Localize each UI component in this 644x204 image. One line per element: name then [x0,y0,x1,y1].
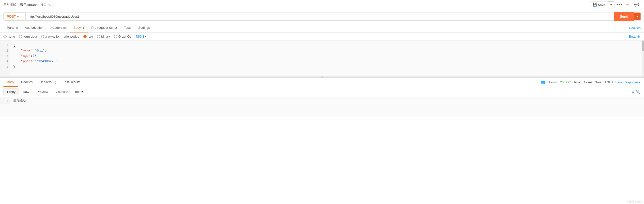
tab-settings[interactable]: Settings [135,23,153,32]
body-active-dot [83,27,84,29]
radio-binary-circle [97,35,100,38]
search-resp-icon[interactable]: 🔍 [636,90,640,94]
json-type-arrow: ▾ [145,35,146,38]
body-options: none form-data x-www-form-urlencoded raw… [0,33,644,40]
tab-pre-request[interactable]: Pre-request Script [88,23,120,32]
top-bar-right: 💾 Save ▾ ••• ✏ 💬 [590,1,640,8]
edit-icon[interactable]: ✎ [48,3,51,7]
text-type-arrow: ▾ [82,90,83,94]
send-button[interactable]: Send [614,12,634,21]
save-dropdown-arrow[interactable]: ▾ [608,1,614,8]
response-body: 1 添加成功 [0,97,644,117]
json-type-dropdown[interactable]: JSON ▾ [135,35,146,38]
radio-none-circle [4,35,7,38]
code-content[interactable]: { "name":"张三", "age":27, "phone":"124309… [10,40,644,76]
response-tabs-left: Body Cookies Headers (5) Test Results [4,78,84,87]
radio-graphql-label: GraphQL [118,35,131,38]
resp-tab-body[interactable]: Body [4,78,18,87]
line-numbers: 1 2 3 4 5 [0,40,10,76]
breadcrumb: 日常测试 / 调用addUser2接口 ✎ [4,3,51,7]
text-type-dropdown[interactable]: Text ▾ [72,89,86,95]
send-dropdown-arrow[interactable]: ▾ [634,12,640,20]
radio-raw[interactable]: raw [84,35,93,38]
headers-count-badge: (8) [63,26,66,29]
fmt-tab-pretty[interactable]: Pretty [4,88,19,95]
status-label: Status: [548,80,558,84]
line-num-4: 4 [0,59,8,64]
response-meta: 🌐 Status: 200 OK Time: 19 ms Size: 176 B… [541,80,640,84]
line-num-5: 5 [0,64,8,70]
tab-body[interactable]: Body [70,23,88,32]
save-response-button[interactable]: Save Response ▾ [615,80,640,84]
response-line-1: 1 添加成功 [0,97,644,105]
radio-binary[interactable]: binary [97,35,110,38]
breadcrumb-separator: / [18,3,19,7]
json-type-label: JSON [135,35,144,38]
edit-pencil-button[interactable]: ✏ [624,1,631,8]
response-format-bar: Pretty Raw Preview Visualize Text ▾ ≡ 🔍 [0,87,644,97]
tab-tests[interactable]: Tests [120,23,135,32]
resp-tab-headers[interactable]: Headers (5) [36,78,60,87]
radio-form-data-label: form-data [23,35,37,38]
radio-none-label: none [8,35,15,38]
code-editor-inner: 1 2 3 4 5 { "name":"张三", "age":27, "phon… [0,40,644,76]
format-tabs: Pretty Raw Preview Visualize Text ▾ [4,88,86,95]
wrap-lines-icon[interactable]: ≡ [632,90,634,94]
radio-binary-label: binary [101,35,110,38]
resp-tab-cookies[interactable]: Cookies [18,78,36,87]
tab-headers[interactable]: Headers (8) [47,23,70,32]
send-button-group: Send ▾ [614,12,640,21]
resp-line-num-1: 1 [0,97,10,104]
url-input[interactable] [26,12,614,21]
request-tabs-bar: Params Authorization Headers (8) Body Pr… [0,23,644,33]
cookies-link[interactable]: Cookies [629,26,640,30]
comment-button[interactable]: 💬 [633,1,640,8]
time-label: Time: [574,80,581,84]
radio-none[interactable]: none [4,35,15,38]
top-bar: 日常测试 / 调用addUser2接口 ✎ 💾 Save ▾ ••• ✏ 💬 [0,0,644,10]
body-label: Body [74,26,81,29]
resp-line-content-1: 添加成功 [10,97,29,105]
save-label: Save [598,3,605,7]
response-section: Body Cookies Headers (5) Test Results 🌐 … [0,78,644,117]
headers-label: Headers [50,26,62,29]
save-response-arrow: ▾ [639,80,640,84]
more-options-button[interactable]: ••• [616,2,622,7]
status-value: 200 OK [560,80,571,84]
method-dropdown-arrow: ▾ [17,14,19,18]
radio-urlencoded[interactable]: x-www-form-urlencoded [41,35,80,38]
resp-headers-label: Headers [40,80,52,84]
size-label: Size: [595,80,602,84]
save-icon: 💾 [593,3,597,7]
resp-headers-count: (5) [52,80,56,84]
fmt-tab-preview[interactable]: Preview [33,88,52,95]
text-type-label: Text [74,90,80,94]
line-num-2: 2 [0,48,8,53]
radio-graphql[interactable]: GraphQL [114,35,131,38]
save-button[interactable]: 💾 Save [590,2,608,8]
body-opts-left: none form-data x-www-form-urlencoded raw… [4,35,146,38]
beautify-link[interactable]: Beautify [629,35,640,38]
breadcrumb-parent: 日常测试 [4,3,16,7]
radio-graphql-circle [114,35,117,38]
line-num-1: 1 [0,42,8,48]
editor-scrollbar[interactable] [642,40,644,76]
line-num-3: 3 [0,53,8,59]
radio-raw-circle [84,35,86,38]
radio-urlencoded-label: x-www-form-urlencoded [46,35,80,38]
response-tabs-bar: Body Cookies Headers (5) Test Results 🌐 … [0,78,644,87]
globe-icon: 🌐 [541,80,545,84]
radio-raw-label: raw [88,35,93,38]
tab-authorization[interactable]: Authorization [22,23,47,32]
fmt-tab-raw[interactable]: Raw [19,88,33,95]
tab-params[interactable]: Params [4,23,22,32]
editor-scrollbar-thumb [642,40,644,51]
method-select[interactable]: POST ▾ [4,12,26,21]
radio-form-data[interactable]: form-data [19,35,37,38]
time-value: 19 ms [584,80,592,84]
size-value: 176 B [604,80,613,84]
resp-tab-test-results[interactable]: Test Results [60,78,84,87]
url-bar: POST ▾ Send ▾ [0,10,644,23]
code-editor: 1 2 3 4 5 { "name":"张三", "age":27, "phon… [0,40,644,76]
fmt-tab-visualize[interactable]: Visualize [52,88,72,95]
